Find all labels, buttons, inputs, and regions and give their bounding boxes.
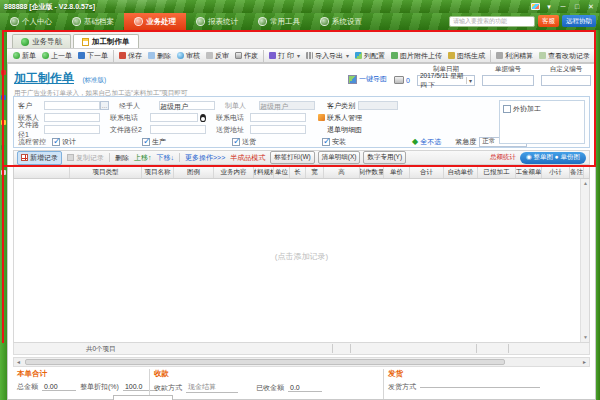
search-input[interactable] — [449, 16, 535, 27]
delivery-method-input[interactable] — [420, 387, 540, 388]
dropdown-icon[interactable]: ▾ — [544, 2, 554, 11]
toolbar-button[interactable]: 审核 — [174, 50, 203, 62]
nav-tab[interactable]: 业务处理 — [124, 13, 186, 30]
column-header[interactable]: 备注 — [570, 167, 584, 178]
process-checkbox[interactable]: 设计 — [52, 137, 142, 147]
toolbar-button[interactable]: 新单 — [10, 50, 39, 62]
scroll-right-icon[interactable]: ► — [580, 358, 589, 366]
toolbar-button[interactable]: 打 印 — [263, 50, 303, 62]
nav-tab[interactable]: 报表统计 — [186, 13, 248, 30]
select-none-link[interactable]: ◆ 全不选 — [412, 137, 441, 147]
customer-type-input[interactable] — [358, 101, 398, 110]
toolbar-button[interactable]: 作废 — [232, 50, 261, 62]
grid-option-button[interactable]: 标签打印(W) — [270, 151, 314, 164]
toolbar-button[interactable]: 查看完工 — [593, 50, 596, 62]
delivery-address-input[interactable] — [250, 125, 306, 134]
toolbar-button[interactable]: 反审 — [203, 50, 232, 62]
tab-process-order[interactable]: 加工制作单 — [73, 34, 139, 48]
toolbar-button[interactable]: 利润精算 — [490, 50, 536, 62]
column-header[interactable]: 项目类型 — [70, 167, 142, 178]
column-header[interactable]: 项目名称 — [142, 167, 174, 178]
scroll-down-icon[interactable]: ▼ — [581, 333, 590, 342]
tab-business-nav[interactable]: 业务导航 — [12, 34, 71, 48]
custom-no-input[interactable] — [541, 75, 591, 86]
empty-grid-hint: (点击添加记录) — [14, 251, 589, 262]
scrollbar-thumb[interactable] — [25, 359, 505, 365]
contact-manage-link[interactable]: 联系人管理 — [327, 113, 362, 123]
column-header[interactable]: 小计 — [542, 167, 570, 178]
nav-tab[interactable]: 个人中心 — [0, 13, 62, 30]
column-header[interactable]: 宽 — [306, 167, 324, 178]
delete-row-button[interactable]: 删除 — [115, 153, 129, 163]
column-header[interactable]: 自动单价 — [444, 167, 478, 178]
column-header[interactable] — [14, 167, 70, 178]
grid-option-button[interactable]: 清单明细(X) — [318, 151, 361, 164]
skin-icon[interactable] — [531, 3, 540, 10]
column-header[interactable]: 加工金额单价 — [516, 167, 542, 178]
customer-input[interactable] — [44, 101, 100, 110]
contact-input[interactable] — [44, 113, 100, 122]
grid-body[interactable]: (点击添加记录) ▲ ▼ — [13, 179, 590, 343]
help-button[interactable]: 客服 — [538, 15, 559, 27]
column-header[interactable]: 高 — [324, 167, 360, 178]
toolbar-button[interactable]: 上一单 — [39, 50, 75, 62]
column-header[interactable]: 制作数量 — [360, 167, 384, 178]
file-path2-input[interactable] — [150, 125, 206, 134]
column-header[interactable]: 单位 — [274, 167, 290, 178]
process-checkbox[interactable]: 送货 — [232, 137, 322, 147]
process-checkbox[interactable]: 安装 — [322, 137, 412, 147]
received-input[interactable]: 0.0 — [288, 384, 322, 392]
column-header[interactable]: 材料规格 — [254, 167, 274, 178]
move-down-button[interactable]: 下移↓ — [157, 153, 175, 163]
nav-tab-label: 个人中心 — [22, 17, 52, 27]
add-record-button[interactable]: 新增记录 — [17, 151, 62, 165]
toolbar-button[interactable]: 删除 — [145, 50, 174, 62]
image-icon — [348, 75, 357, 84]
nav-tab[interactable]: 常用工具 — [248, 13, 310, 30]
column-header[interactable]: 已报加工 — [478, 167, 516, 178]
toolbar-button[interactable]: 列配置 — [352, 50, 388, 62]
copy-record-button[interactable]: 复制记录 — [67, 153, 104, 163]
one-key-map-link[interactable]: 一键导图 — [348, 74, 387, 84]
file-path1-input[interactable] — [44, 125, 100, 134]
payment-method-input[interactable]: 现金结算 — [186, 382, 238, 393]
toolbar-button[interactable]: 查看改动记录 — [536, 50, 593, 62]
more-actions-link[interactable]: 更多操作>>> — [185, 153, 225, 163]
toolbar-button[interactable]: 导入导出 — [303, 50, 352, 62]
column-header[interactable]: 长 — [290, 167, 306, 178]
lookup-button[interactable]: … — [100, 101, 109, 110]
scroll-left-icon[interactable]: ◄ — [14, 358, 23, 366]
toolbar-button[interactable]: 下一单 — [75, 50, 111, 62]
move-up-button[interactable]: 上移↑ — [134, 153, 152, 163]
handler-input[interactable]: 超级用户 — [159, 101, 215, 110]
column-header[interactable]: 单价 — [384, 167, 410, 178]
order-date-select[interactable]: 2017/5/11 星期四 下 ▾ — [417, 75, 475, 86]
order-no-input[interactable] — [482, 75, 534, 86]
column-header[interactable]: 合计 — [410, 167, 444, 178]
phone2-input[interactable] — [250, 113, 306, 122]
detail-map-link[interactable]: 退单明细图 — [327, 125, 362, 135]
horizontal-scrollbar[interactable]: ◄ ► — [13, 357, 590, 367]
toolbar-button[interactable]: 图纸生成 — [445, 50, 488, 62]
toolbar-button[interactable]: 图片附件上传 — [388, 50, 445, 62]
remote-assist-button[interactable]: 远程协助 — [562, 15, 596, 27]
vertical-scrollbar[interactable]: ▲ ▼ — [580, 179, 589, 342]
column-header[interactable]: 业务内容 — [214, 167, 254, 178]
minimize-icon[interactable]: ─ — [558, 2, 568, 11]
view-toggle-button[interactable]: ◉ 整单图 ● 单份图 — [520, 152, 586, 164]
maximize-icon[interactable]: □ — [572, 2, 582, 11]
column-header[interactable]: 图例 — [174, 167, 214, 178]
qq-icon[interactable] — [200, 114, 206, 122]
close-icon[interactable]: ✕ — [586, 2, 596, 11]
grid-option-button[interactable]: 数字专用(Y) — [363, 151, 406, 164]
scroll-up-icon[interactable]: ▲ — [581, 179, 590, 188]
nav-tab[interactable]: 系统设置 — [310, 13, 372, 30]
partial-input[interactable] — [113, 395, 173, 400]
process-checkbox[interactable]: 生产 — [142, 137, 232, 147]
print-counter[interactable]: 0 — [394, 76, 410, 84]
nav-tab[interactable]: 基础档案 — [62, 13, 124, 30]
outsource-checkbox[interactable]: 外协加工 — [503, 104, 581, 114]
semi-product-mode-button[interactable]: 半成品模式 — [230, 153, 265, 163]
toolbar-button[interactable]: 保存 — [113, 50, 145, 62]
phone-input[interactable] — [150, 113, 198, 122]
